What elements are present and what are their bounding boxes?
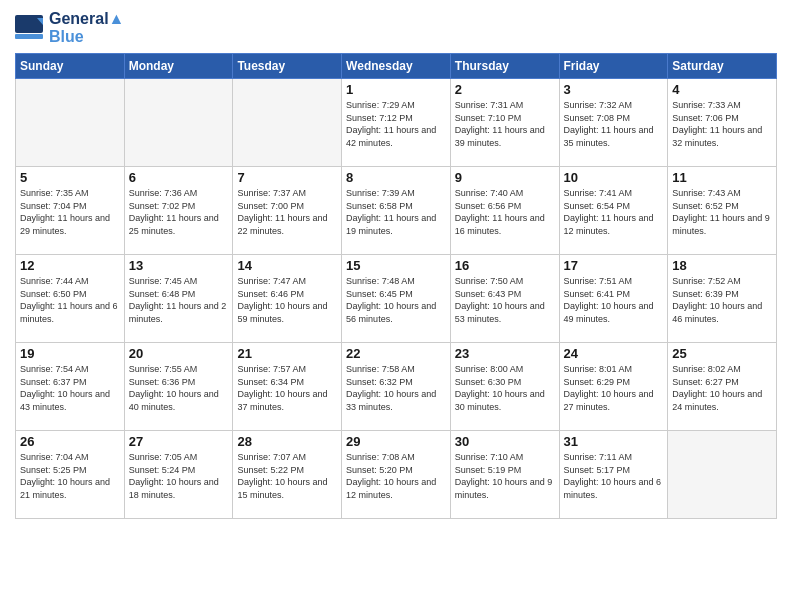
day-number: 29 — [346, 434, 446, 449]
calendar-cell: 17Sunrise: 7:51 AM Sunset: 6:41 PM Dayli… — [559, 255, 668, 343]
day-info: Sunrise: 7:52 AM Sunset: 6:39 PM Dayligh… — [672, 275, 772, 325]
calendar-cell — [668, 431, 777, 519]
day-info: Sunrise: 7:39 AM Sunset: 6:58 PM Dayligh… — [346, 187, 446, 237]
logo-line2: Blue — [49, 28, 124, 46]
day-number: 21 — [237, 346, 337, 361]
header-cell-wednesday: Wednesday — [342, 54, 451, 79]
day-number: 25 — [672, 346, 772, 361]
day-number: 10 — [564, 170, 664, 185]
day-number: 28 — [237, 434, 337, 449]
day-info: Sunrise: 7:43 AM Sunset: 6:52 PM Dayligh… — [672, 187, 772, 237]
day-number: 14 — [237, 258, 337, 273]
calendar-cell — [16, 79, 125, 167]
day-info: Sunrise: 8:02 AM Sunset: 6:27 PM Dayligh… — [672, 363, 772, 413]
day-info: Sunrise: 7:31 AM Sunset: 7:10 PM Dayligh… — [455, 99, 555, 149]
day-info: Sunrise: 7:04 AM Sunset: 5:25 PM Dayligh… — [20, 451, 120, 501]
calendar-week-1: 1Sunrise: 7:29 AM Sunset: 7:12 PM Daylig… — [16, 79, 777, 167]
day-number: 4 — [672, 82, 772, 97]
calendar-cell: 24Sunrise: 8:01 AM Sunset: 6:29 PM Dayli… — [559, 343, 668, 431]
calendar-cell: 25Sunrise: 8:02 AM Sunset: 6:27 PM Dayli… — [668, 343, 777, 431]
day-info: Sunrise: 7:32 AM Sunset: 7:08 PM Dayligh… — [564, 99, 664, 149]
day-info: Sunrise: 7:50 AM Sunset: 6:43 PM Dayligh… — [455, 275, 555, 325]
svg-rect-2 — [15, 34, 43, 39]
day-info: Sunrise: 7:36 AM Sunset: 7:02 PM Dayligh… — [129, 187, 229, 237]
calendar-cell: 19Sunrise: 7:54 AM Sunset: 6:37 PM Dayli… — [16, 343, 125, 431]
calendar-cell: 1Sunrise: 7:29 AM Sunset: 7:12 PM Daylig… — [342, 79, 451, 167]
day-info: Sunrise: 7:37 AM Sunset: 7:00 PM Dayligh… — [237, 187, 337, 237]
day-info: Sunrise: 7:54 AM Sunset: 6:37 PM Dayligh… — [20, 363, 120, 413]
calendar-header-row: SundayMondayTuesdayWednesdayThursdayFrid… — [16, 54, 777, 79]
calendar-cell: 8Sunrise: 7:39 AM Sunset: 6:58 PM Daylig… — [342, 167, 451, 255]
day-number: 30 — [455, 434, 555, 449]
calendar-cell: 18Sunrise: 7:52 AM Sunset: 6:39 PM Dayli… — [668, 255, 777, 343]
day-info: Sunrise: 7:29 AM Sunset: 7:12 PM Dayligh… — [346, 99, 446, 149]
calendar-cell: 20Sunrise: 7:55 AM Sunset: 6:36 PM Dayli… — [124, 343, 233, 431]
calendar-week-3: 12Sunrise: 7:44 AM Sunset: 6:50 PM Dayli… — [16, 255, 777, 343]
day-number: 23 — [455, 346, 555, 361]
day-info: Sunrise: 8:00 AM Sunset: 6:30 PM Dayligh… — [455, 363, 555, 413]
calendar-body: 1Sunrise: 7:29 AM Sunset: 7:12 PM Daylig… — [16, 79, 777, 519]
header-cell-tuesday: Tuesday — [233, 54, 342, 79]
logo-icon — [15, 15, 45, 40]
day-info: Sunrise: 7:10 AM Sunset: 5:19 PM Dayligh… — [455, 451, 555, 501]
header-cell-friday: Friday — [559, 54, 668, 79]
day-info: Sunrise: 7:57 AM Sunset: 6:34 PM Dayligh… — [237, 363, 337, 413]
calendar-cell: 13Sunrise: 7:45 AM Sunset: 6:48 PM Dayli… — [124, 255, 233, 343]
calendar-week-5: 26Sunrise: 7:04 AM Sunset: 5:25 PM Dayli… — [16, 431, 777, 519]
day-info: Sunrise: 7:51 AM Sunset: 6:41 PM Dayligh… — [564, 275, 664, 325]
calendar-table: SundayMondayTuesdayWednesdayThursdayFrid… — [15, 53, 777, 519]
day-number: 11 — [672, 170, 772, 185]
calendar-cell — [124, 79, 233, 167]
day-info: Sunrise: 7:44 AM Sunset: 6:50 PM Dayligh… — [20, 275, 120, 325]
day-info: Sunrise: 7:33 AM Sunset: 7:06 PM Dayligh… — [672, 99, 772, 149]
calendar-cell: 10Sunrise: 7:41 AM Sunset: 6:54 PM Dayli… — [559, 167, 668, 255]
calendar-cell: 7Sunrise: 7:37 AM Sunset: 7:00 PM Daylig… — [233, 167, 342, 255]
day-number: 13 — [129, 258, 229, 273]
page-container: General▲ Blue SundayMondayTuesdayWednesd… — [0, 0, 792, 529]
day-number: 8 — [346, 170, 446, 185]
day-number: 26 — [20, 434, 120, 449]
day-info: Sunrise: 7:07 AM Sunset: 5:22 PM Dayligh… — [237, 451, 337, 501]
calendar-week-4: 19Sunrise: 7:54 AM Sunset: 6:37 PM Dayli… — [16, 343, 777, 431]
header: General▲ Blue — [15, 10, 777, 45]
calendar-cell: 22Sunrise: 7:58 AM Sunset: 6:32 PM Dayli… — [342, 343, 451, 431]
calendar-cell: 15Sunrise: 7:48 AM Sunset: 6:45 PM Dayli… — [342, 255, 451, 343]
calendar-cell: 16Sunrise: 7:50 AM Sunset: 6:43 PM Dayli… — [450, 255, 559, 343]
calendar-cell: 30Sunrise: 7:10 AM Sunset: 5:19 PM Dayli… — [450, 431, 559, 519]
calendar-cell: 31Sunrise: 7:11 AM Sunset: 5:17 PM Dayli… — [559, 431, 668, 519]
calendar-cell: 2Sunrise: 7:31 AM Sunset: 7:10 PM Daylig… — [450, 79, 559, 167]
calendar-cell: 4Sunrise: 7:33 AM Sunset: 7:06 PM Daylig… — [668, 79, 777, 167]
calendar-cell: 23Sunrise: 8:00 AM Sunset: 6:30 PM Dayli… — [450, 343, 559, 431]
day-number: 17 — [564, 258, 664, 273]
calendar-cell: 28Sunrise: 7:07 AM Sunset: 5:22 PM Dayli… — [233, 431, 342, 519]
header-cell-sunday: Sunday — [16, 54, 125, 79]
day-info: Sunrise: 7:08 AM Sunset: 5:20 PM Dayligh… — [346, 451, 446, 501]
calendar-cell: 11Sunrise: 7:43 AM Sunset: 6:52 PM Dayli… — [668, 167, 777, 255]
logo-line1: General▲ — [49, 10, 124, 28]
day-info: Sunrise: 7:40 AM Sunset: 6:56 PM Dayligh… — [455, 187, 555, 237]
day-number: 2 — [455, 82, 555, 97]
day-number: 7 — [237, 170, 337, 185]
calendar-week-2: 5Sunrise: 7:35 AM Sunset: 7:04 PM Daylig… — [16, 167, 777, 255]
day-info: Sunrise: 7:47 AM Sunset: 6:46 PM Dayligh… — [237, 275, 337, 325]
logo: General▲ Blue — [15, 10, 124, 45]
day-number: 12 — [20, 258, 120, 273]
day-number: 31 — [564, 434, 664, 449]
day-info: Sunrise: 7:48 AM Sunset: 6:45 PM Dayligh… — [346, 275, 446, 325]
calendar-cell: 26Sunrise: 7:04 AM Sunset: 5:25 PM Dayli… — [16, 431, 125, 519]
calendar-cell: 29Sunrise: 7:08 AM Sunset: 5:20 PM Dayli… — [342, 431, 451, 519]
calendar-cell: 21Sunrise: 7:57 AM Sunset: 6:34 PM Dayli… — [233, 343, 342, 431]
calendar-cell: 12Sunrise: 7:44 AM Sunset: 6:50 PM Dayli… — [16, 255, 125, 343]
day-info: Sunrise: 7:41 AM Sunset: 6:54 PM Dayligh… — [564, 187, 664, 237]
day-number: 15 — [346, 258, 446, 273]
day-info: Sunrise: 7:05 AM Sunset: 5:24 PM Dayligh… — [129, 451, 229, 501]
day-number: 1 — [346, 82, 446, 97]
day-number: 5 — [20, 170, 120, 185]
day-number: 18 — [672, 258, 772, 273]
calendar-cell — [233, 79, 342, 167]
day-number: 20 — [129, 346, 229, 361]
header-cell-thursday: Thursday — [450, 54, 559, 79]
day-info: Sunrise: 7:35 AM Sunset: 7:04 PM Dayligh… — [20, 187, 120, 237]
svg-rect-0 — [15, 15, 43, 33]
day-info: Sunrise: 7:45 AM Sunset: 6:48 PM Dayligh… — [129, 275, 229, 325]
